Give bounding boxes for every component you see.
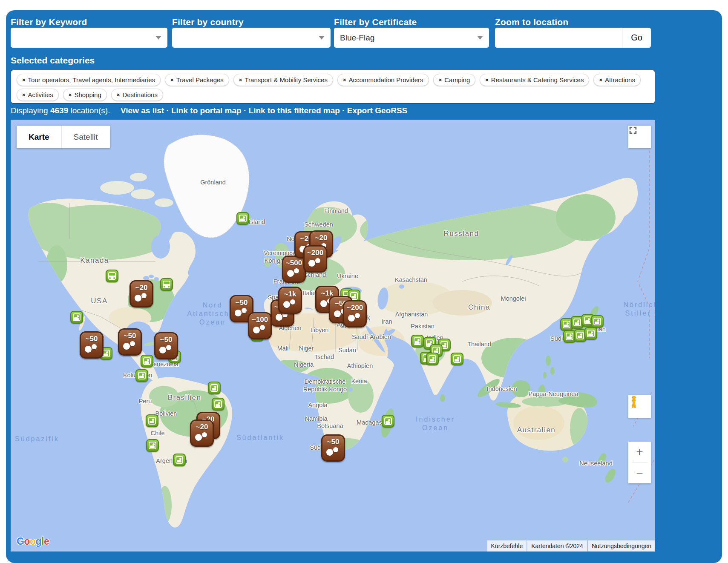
category-tag-label: Destinations: [122, 91, 158, 98]
cluster-marker[interactable]: ~20: [129, 280, 153, 307]
photo-marker-icon[interactable]: [141, 355, 153, 368]
category-tag-label: Travel Packages: [176, 76, 224, 83]
google-logo-letter: G: [17, 536, 24, 547]
category-tag-label: Tour operators, Travel agents, Intermedi…: [28, 76, 155, 83]
status-link-export-georss[interactable]: Export GeoRSS: [347, 106, 407, 115]
status-link-link-to-portal-map[interactable]: Link to portal map: [171, 106, 242, 115]
remove-category-icon[interactable]: ×: [22, 77, 26, 83]
category-tag-tour-operators-travel-agents-intermediaries[interactable]: ×Tour operators, Travel agents, Intermed…: [17, 74, 161, 86]
pegman-button[interactable]: [628, 395, 651, 418]
zoom-location-input[interactable]: [495, 28, 622, 48]
cluster-marker[interactable]: ~50: [118, 328, 142, 356]
map-type-satellit-button[interactable]: Satellit: [61, 126, 110, 148]
status-count: 4639: [50, 106, 68, 115]
remove-category-icon[interactable]: ×: [22, 92, 26, 98]
cluster-marker[interactable]: ~20: [190, 419, 214, 447]
status-link-view-as-list[interactable]: View as list: [121, 106, 164, 115]
photo-marker-icon[interactable]: [208, 382, 221, 394]
photo-marker-icon[interactable]: [411, 335, 424, 348]
transit-marker-icon[interactable]: [160, 278, 173, 291]
category-tag-label: Attractions: [605, 76, 635, 83]
page: Filter by Keyword Filter by country Filt…: [0, 0, 728, 563]
certificate-filter-group: Filter by Certificate: [334, 17, 417, 27]
category-tag-attractions[interactable]: ×Attractions: [593, 74, 640, 86]
fullscreen-button[interactable]: [628, 126, 651, 148]
remove-category-icon[interactable]: ×: [69, 92, 72, 98]
map-attribution-nutzungsbedingungen[interactable]: Nutzungsbedingungen: [588, 540, 655, 552]
status-bar: Displaying 4639 location(s). View as lis…: [11, 103, 407, 120]
cluster-marker[interactable]: ~200: [343, 300, 367, 327]
selected-categories-box: ×Tour operators, Travel agents, Intermed…: [11, 70, 655, 103]
google-logo-letter: o: [24, 536, 30, 547]
cluster-marker[interactable]: ~100: [248, 312, 272, 339]
category-tag-accommodation-providers[interactable]: ×Accommodation Providers: [337, 74, 429, 86]
cluster-dots-icon: [326, 449, 333, 456]
cluster-marker[interactable]: ~1k: [278, 287, 302, 314]
cluster-count: ~1k: [279, 290, 301, 299]
category-tag-shopping[interactable]: ×Shopping: [63, 89, 107, 101]
status-link-link-to-this-filtered-map[interactable]: Link to this filtered map: [249, 106, 340, 115]
remove-category-icon[interactable]: ×: [599, 77, 602, 83]
go-button[interactable]: Go: [622, 28, 651, 48]
status-suffix: location(s).: [71, 106, 110, 115]
zoom-in-button[interactable]: +: [628, 442, 651, 462]
cluster-dots-icon: [287, 270, 294, 277]
category-tag-camping[interactable]: ×Camping: [433, 74, 476, 86]
map-attribution-kurzbefehle[interactable]: Kurzbefehle: [487, 540, 527, 552]
remove-category-icon[interactable]: ×: [117, 92, 120, 98]
category-tag-restaurants-catering-services[interactable]: ×Restaurants & Catering Services: [480, 74, 589, 86]
cluster-count: ~50: [231, 299, 252, 307]
world-map-graphic: [11, 120, 655, 552]
photo-marker-icon[interactable]: [70, 311, 83, 324]
category-tag-transport-mobility-services[interactable]: ×Transport & Mobility Services: [233, 74, 333, 86]
google-logo-letter: g: [36, 536, 42, 547]
certificate-filter-select[interactable]: Blue-Flag: [334, 28, 489, 48]
cluster-marker[interactable]: ~50: [154, 332, 178, 359]
photo-marker-icon[interactable]: [173, 454, 186, 466]
category-tag-travel-packages[interactable]: ×Travel Packages: [165, 74, 229, 86]
cluster-dots-icon: [334, 310, 341, 317]
photo-marker-icon[interactable]: [451, 353, 463, 365]
chevron-down-icon: [155, 36, 161, 40]
filter-panel: Filter by Keyword Filter by country Filt…: [6, 10, 722, 563]
transit-marker-icon[interactable]: [106, 270, 118, 282]
zoom-out-button[interactable]: −: [628, 463, 651, 484]
remove-category-icon[interactable]: ×: [239, 77, 242, 83]
photo-marker-icon[interactable]: [382, 415, 394, 428]
remove-category-icon[interactable]: ×: [343, 77, 346, 83]
map-attribution-kartendaten-2024[interactable]: Kartendaten ©2024: [527, 540, 587, 552]
photo-marker-icon[interactable]: [591, 315, 604, 328]
cluster-count: ~50: [155, 336, 177, 344]
google-logo[interactable]: Google: [17, 536, 49, 547]
country-filter-select[interactable]: [172, 28, 331, 48]
pegman-icon: [628, 395, 639, 408]
cluster-marker[interactable]: ~200: [303, 245, 327, 273]
remove-category-icon[interactable]: ×: [170, 77, 174, 83]
map-type-karte-button[interactable]: Karte: [17, 126, 61, 148]
category-tag-destinations[interactable]: ×Destinations: [111, 89, 163, 101]
keyword-filter-select[interactable]: [11, 28, 167, 48]
category-tag-activities[interactable]: ×Activities: [17, 89, 59, 101]
photo-marker-icon[interactable]: [146, 414, 158, 427]
country-filter-label: Filter by country: [172, 17, 244, 27]
remove-category-icon[interactable]: ×: [485, 77, 489, 83]
cluster-marker[interactable]: ~50: [80, 331, 104, 359]
cluster-dots-icon: [253, 327, 260, 333]
photo-marker-icon[interactable]: [236, 212, 249, 225]
status-link-separator: ·: [164, 106, 171, 115]
cluster-marker[interactable]: ~500: [282, 256, 306, 283]
photo-marker-icon[interactable]: [135, 369, 148, 382]
cluster-dots-icon: [283, 301, 290, 308]
photo-marker-icon[interactable]: [212, 398, 224, 411]
zoom-control: + −: [628, 442, 651, 483]
photo-marker-icon[interactable]: [146, 439, 159, 452]
map-canvas[interactable]: GrönlandIslandKanadaUSAMexikoVenezuelaKo…: [11, 120, 655, 552]
cluster-count: ~50: [322, 438, 344, 446]
photo-marker-icon[interactable]: [584, 327, 597, 340]
remove-category-icon[interactable]: ×: [439, 77, 442, 83]
cluster-marker[interactable]: ~50: [321, 434, 345, 462]
photo-marker-icon[interactable]: [426, 353, 439, 365]
category-tag-label: Transport & Mobility Services: [245, 76, 328, 83]
cluster-count: ~50: [119, 332, 141, 340]
zoom-location-group: Zoom to location: [495, 17, 568, 27]
